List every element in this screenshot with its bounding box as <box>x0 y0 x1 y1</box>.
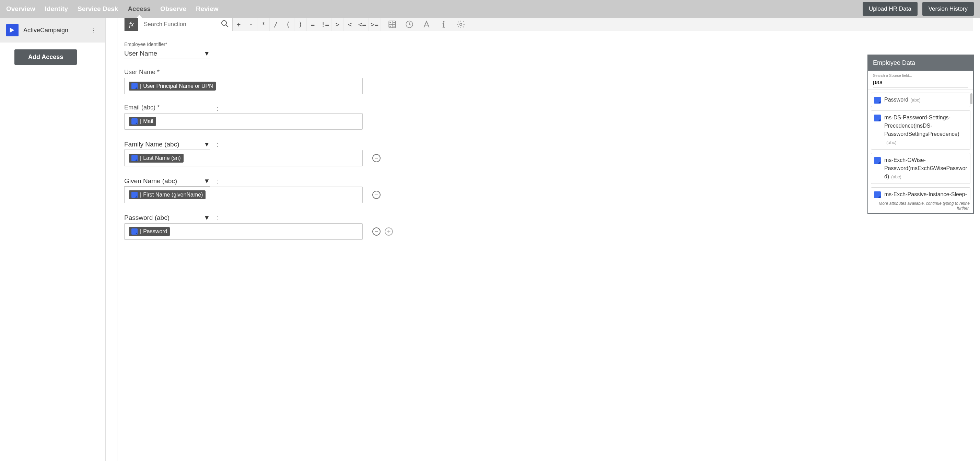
nav-tabs: Overview Identity Service Desk Access Ob… <box>6 0 863 17</box>
search-function-wrap <box>138 18 233 31</box>
op-lte[interactable]: <= <box>356 18 369 31</box>
username-label: User Name * <box>124 68 973 76</box>
op-multiply[interactable]: * <box>257 18 270 31</box>
op-lparen[interactable]: ( <box>282 18 294 31</box>
family-name-block: Family Name (abc)▼ : |Last Name (sn) − <box>124 139 973 166</box>
colon: : <box>217 105 219 113</box>
panel-result-item[interactable]: ms-Exch-Passive-Instance-Sleep-Interval(… <box>871 187 970 200</box>
password-chip[interactable]: |Password <box>129 227 170 236</box>
source-icon <box>874 97 881 103</box>
op-gt[interactable]: > <box>331 18 344 31</box>
password-input[interactable]: |Password <box>124 223 363 240</box>
username-chip[interactable]: |User Principal Name or UPN <box>129 82 216 91</box>
given-name-block: Given Name (abc)▼ : |First Name (givenNa… <box>124 176 973 203</box>
panel-result-item[interactable]: Password(abc) <box>871 92 970 107</box>
email-block: Email (abc) * : |Mail <box>124 104 973 130</box>
version-history-button[interactable]: Version History <box>922 2 974 16</box>
op-minus[interactable]: - <box>245 18 257 31</box>
colon: : <box>217 177 219 185</box>
activecampaign-icon <box>6 24 19 37</box>
scrollbar-thumb[interactable] <box>970 93 972 104</box>
op-eq[interactable]: = <box>307 18 319 31</box>
add-access-button[interactable]: Add Access <box>14 49 77 65</box>
gear-icon[interactable] <box>452 18 469 31</box>
password-block: Password (abc)▼ : |Password − + <box>124 213 973 240</box>
employee-identifier-block: Employee Identifier* User Name ▼ <box>124 41 973 59</box>
mapping-form: Employee Identifier* User Name ▼ User Na… <box>124 31 973 260</box>
op-rparen[interactable]: ) <box>294 18 307 31</box>
employee-id-value: User Name <box>124 50 157 57</box>
email-input[interactable]: |Mail <box>124 113 363 130</box>
email-chip[interactable]: |Mail <box>129 117 156 126</box>
panel-results-list[interactable]: Password(abc) ms-DS-Password-Settings-Pr… <box>868 90 973 200</box>
nav-tab-review[interactable]: Review <box>196 0 218 17</box>
op-divide[interactable]: / <box>270 18 282 31</box>
employee-id-select[interactable]: User Name ▼ <box>124 48 210 59</box>
source-icon <box>131 229 138 235</box>
sidebar-app-name: ActiveCampaign <box>23 27 83 34</box>
upload-hr-data-button[interactable]: Upload HR Data <box>863 2 918 16</box>
main-panel: fx + - * / ( ) = != > < <box>106 18 980 461</box>
sidebar-app-item[interactable]: ActiveCampaign ⋮ <box>0 18 105 43</box>
svg-point-0 <box>222 21 226 25</box>
source-icon <box>874 114 881 121</box>
panel-search-input[interactable] <box>873 78 968 87</box>
add-row-button[interactable]: + <box>385 227 393 236</box>
panel-footer-hint: More attributes available, continue typi… <box>868 200 973 213</box>
colon: : <box>217 214 219 222</box>
source-icon <box>874 157 881 164</box>
password-select[interactable]: Password (abc)▼ <box>124 213 210 223</box>
top-buttons: Upload HR Data Version History <box>863 2 974 16</box>
employee-data-panel: Employee Data Search a Source field... P… <box>867 54 974 214</box>
source-icon <box>131 192 138 198</box>
toolbar-icons <box>383 18 469 31</box>
op-neq[interactable]: != <box>319 18 331 31</box>
given-chip[interactable]: |First Name (givenName) <box>129 190 205 199</box>
clock-icon[interactable] <box>401 18 418 31</box>
given-name-select[interactable]: Given Name (abc)▼ <box>124 176 210 187</box>
info-icon[interactable] <box>435 18 452 31</box>
remove-row-button[interactable]: − <box>372 191 380 199</box>
panel-result-item[interactable]: ms-Exch-GWise-Password(msExchGWisePasswo… <box>871 153 970 184</box>
username-block: User Name * |User Principal Name or UPN <box>124 68 973 94</box>
operator-bar: + - * / ( ) = != > < <= >= <box>233 18 381 31</box>
text-icon[interactable] <box>418 18 435 31</box>
source-icon <box>131 155 138 161</box>
panel-search-label: Search a Source field... <box>873 73 968 78</box>
given-name-input[interactable]: |First Name (givenName) <box>124 187 363 203</box>
nav-tab-overview[interactable]: Overview <box>6 0 35 17</box>
search-function-input[interactable] <box>138 18 217 31</box>
remove-row-button[interactable]: − <box>372 227 380 236</box>
nav-tab-access[interactable]: Access <box>128 0 151 17</box>
nav-tab-observe[interactable]: Observe <box>160 0 186 17</box>
family-chip[interactable]: |Last Name (sn) <box>129 154 184 162</box>
chevron-down-icon: ▼ <box>204 50 210 57</box>
calc-icon[interactable] <box>383 18 401 31</box>
fx-icon[interactable]: fx <box>124 18 138 31</box>
chevron-down-icon: ▼ <box>204 177 210 185</box>
source-icon <box>131 83 138 89</box>
panel-result-item[interactable]: ms-DS-Password-Settings-Precedence(msDS-… <box>871 110 970 149</box>
family-name-select[interactable]: Family Name (abc)▼ <box>124 139 210 150</box>
svg-point-18 <box>460 23 462 26</box>
nav-tab-service-desk[interactable]: Service Desk <box>78 0 118 17</box>
remove-row-button[interactable]: − <box>372 154 380 162</box>
family-name-input[interactable]: |Last Name (sn) <box>124 150 363 166</box>
op-plus[interactable]: + <box>233 18 245 31</box>
op-gte[interactable]: >= <box>369 18 381 31</box>
svg-line-13 <box>409 24 411 25</box>
source-icon <box>131 118 138 124</box>
chevron-down-icon: ▼ <box>204 141 210 148</box>
sidebar: ActiveCampaign ⋮ Add Access <box>0 18 106 461</box>
search-icon[interactable] <box>217 19 232 29</box>
top-navbar: Overview Identity Service Desk Access Ob… <box>0 0 980 18</box>
panel-title: Employee Data <box>868 55 973 71</box>
username-input[interactable]: |User Principal Name or UPN <box>124 78 363 94</box>
nav-tab-identity[interactable]: Identity <box>45 0 68 17</box>
employee-id-label: Employee Identifier* <box>124 41 973 47</box>
email-label: Email (abc) * <box>124 104 210 111</box>
source-icon <box>874 191 881 198</box>
op-lt[interactable]: < <box>344 18 356 31</box>
svg-line-1 <box>226 25 228 27</box>
kebab-menu-icon[interactable]: ⋮ <box>88 26 99 34</box>
